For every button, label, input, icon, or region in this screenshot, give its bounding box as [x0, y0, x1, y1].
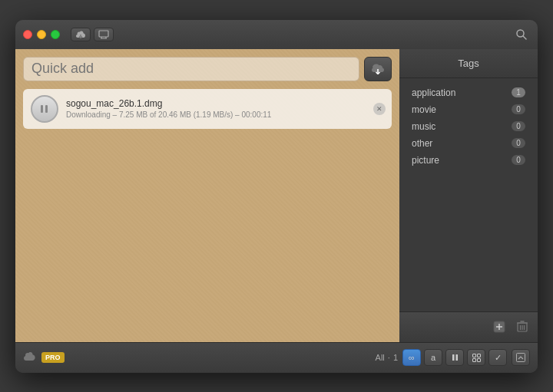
svg-rect-20 — [477, 354, 480, 357]
download-filename: sogou_mac_26b.1.dmg — [66, 98, 384, 109]
quick-add-button[interactable] — [364, 57, 392, 81]
svg-rect-22 — [477, 358, 480, 361]
svg-rect-17 — [452, 354, 455, 361]
right-bottom-bar — [399, 311, 538, 342]
add-tag-button[interactable] — [490, 318, 508, 335]
download-pause-icon[interactable] — [31, 95, 58, 123]
minimize-button[interactable] — [37, 30, 46, 39]
bottom-bar: PRO All · 1 ∞ a — [15, 342, 538, 373]
tag-badge-movie: 0 — [512, 104, 525, 114]
tags-header: Tags — [399, 49, 538, 78]
titlebar — [15, 20, 538, 49]
traffic-lights — [23, 30, 60, 39]
tag-badge-application: 1 — [512, 87, 525, 97]
svg-line-6 — [523, 36, 526, 39]
cloud-icon-btn[interactable] — [71, 28, 91, 41]
quick-add-bar — [23, 57, 392, 81]
titlebar-icons — [71, 28, 114, 41]
tag-badge-picture: 0 — [512, 155, 525, 165]
stats-all-label: All — [376, 353, 385, 362]
tags-list: application 1 movie 0 music 0 other 0 pi… — [399, 78, 538, 175]
tag-item-other[interactable]: other 0 — [409, 137, 528, 150]
tag-label-application: application — [412, 87, 507, 98]
tag-badge-music: 0 — [512, 121, 525, 131]
tag-label-movie: movie — [412, 104, 507, 115]
expand-button[interactable] — [512, 349, 530, 366]
tag-label-other: other — [412, 138, 507, 149]
loop-button[interactable]: ∞ — [402, 349, 421, 366]
device-icon-btn[interactable] — [94, 28, 114, 41]
grid-view-button[interactable] — [467, 349, 485, 366]
tag-item-application[interactable]: application 1 — [409, 86, 528, 100]
bottom-controls: ∞ a ✓ — [402, 349, 507, 366]
svg-rect-1 — [99, 31, 108, 37]
tag-badge-other: 0 — [512, 138, 525, 148]
tag-label-picture: picture — [412, 155, 507, 166]
pro-badge: PRO — [41, 352, 65, 363]
main-area: sogou_mac_26b.1.dmg Downloading – 7.25 M… — [15, 49, 538, 342]
cloud-small-icon — [23, 351, 37, 364]
pause-all-button[interactable] — [445, 349, 464, 366]
svg-rect-18 — [455, 354, 458, 361]
left-panel: sogou_mac_26b.1.dmg Downloading – 7.25 M… — [15, 49, 399, 342]
alpha-sort-button[interactable]: a — [424, 349, 442, 366]
download-info: sogou_mac_26b.1.dmg Downloading – 7.25 M… — [66, 98, 384, 119]
delete-tag-button[interactable] — [513, 318, 531, 335]
svg-rect-19 — [472, 354, 475, 357]
download-item: sogou_mac_26b.1.dmg Downloading – 7.25 M… — [23, 89, 392, 129]
tag-item-picture[interactable]: picture 0 — [409, 153, 528, 167]
close-button[interactable] — [23, 30, 32, 39]
download-status: Downloading – 7.25 MB of 20.46 MB (1.19 … — [66, 110, 384, 119]
main-window: sogou_mac_26b.1.dmg Downloading – 7.25 M… — [15, 20, 538, 373]
maximize-button[interactable] — [51, 30, 60, 39]
quick-add-input[interactable] — [23, 57, 359, 81]
tag-item-movie[interactable]: movie 0 — [409, 103, 528, 117]
search-button[interactable] — [513, 26, 530, 43]
svg-rect-21 — [472, 358, 475, 361]
svg-rect-23 — [517, 354, 525, 362]
tag-item-music[interactable]: music 0 — [409, 120, 528, 133]
check-button[interactable]: ✓ — [488, 349, 507, 366]
bottom-stats: All · 1 — [376, 353, 398, 362]
right-panel: Tags application 1 movie 0 music 0 other… — [399, 49, 538, 342]
stats-count: 1 — [393, 353, 398, 362]
download-close-button[interactable]: ✕ — [373, 103, 386, 115]
stats-dot: · — [388, 353, 390, 362]
tag-label-music: music — [412, 121, 507, 132]
